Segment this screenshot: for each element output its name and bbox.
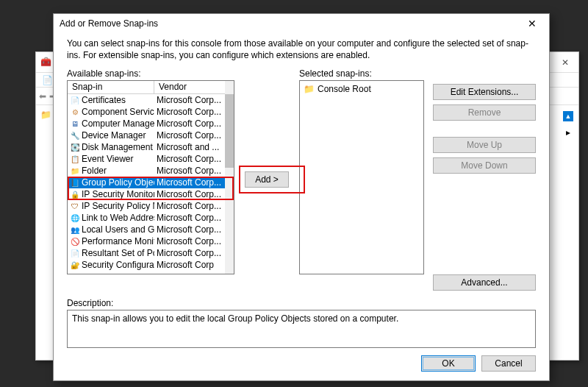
nav-back-icon[interactable]: ⬅	[39, 91, 46, 102]
snapin-icon: 💽	[70, 142, 80, 152]
snapin-row[interactable]: 🔧Device ManagerMicrosoft Corp...	[68, 129, 225, 141]
snapin-vendor: Microsoft Corp...	[154, 95, 225, 105]
snapin-icon: 📄	[70, 95, 80, 105]
bg-close-icon[interactable]: ✕	[556, 57, 574, 68]
snapin-vendor: Microsoft and ...	[154, 142, 225, 152]
snapin-vendor: Microsoft Corp...	[154, 154, 225, 164]
snapin-name: Certificates	[82, 95, 126, 105]
snapin-icon: 🖥	[70, 118, 80, 129]
advanced-button[interactable]: Advanced...	[433, 274, 536, 291]
snapin-name: Computer Managem...	[82, 118, 154, 129]
console-root-item[interactable]: 📁 Console Root	[302, 83, 421, 95]
snapin-row[interactable]: 📁FolderMicrosoft Corp...	[68, 165, 225, 177]
file-icon: 📄	[42, 75, 53, 85]
scrollbar-thumb[interactable]	[225, 94, 234, 168]
snapin-row[interactable]: 🌐Link to Web AddressMicrosoft Corp...	[68, 212, 225, 224]
selected-snapins-list[interactable]: 📁 Console Root	[299, 80, 424, 274]
snapin-icon: 📋	[70, 154, 80, 164]
snapin-icon: 📄	[70, 248, 80, 258]
snapin-row[interactable]: 📘Group Policy Object ...Microsoft Corp..…	[68, 177, 225, 188]
snapin-icon: 🛡	[70, 201, 80, 211]
mmc-icon: 🧰	[40, 57, 52, 68]
col-snapin[interactable]: Snap-in	[68, 81, 154, 93]
snapin-row[interactable]: 🔒IP Security MonitorMicrosoft Corp...	[68, 188, 225, 200]
snapin-icon: 👥	[70, 224, 80, 235]
folder-icon: 📁	[40, 110, 51, 120]
snapin-vendor: Microsoft Corp...	[154, 177, 225, 188]
move-up-button[interactable]: Move Up	[433, 137, 536, 153]
snapin-name: Local Users and Gro...	[82, 224, 154, 235]
snapin-icon: 🔧	[70, 130, 80, 141]
snapin-icon: 🔐	[70, 260, 80, 270]
snapin-name: Device Manager	[82, 130, 146, 141]
dialog-title: Add or Remove Snap-ins	[60, 18, 158, 29]
snapin-icon: 🚫	[70, 236, 80, 246]
snapin-vendor: Microsoft Corp...	[154, 130, 225, 141]
close-button[interactable]: ✕	[521, 18, 543, 29]
snapin-vendor: Microsoft Corp...	[154, 201, 225, 211]
selected-label: Selected snap-ins:	[299, 68, 424, 79]
snapin-name: Disk Management	[82, 142, 153, 152]
snapin-vendor: Microsoft Corp...	[154, 107, 225, 117]
bg-actions-pane-edge: ▲ ▸	[562, 111, 574, 138]
snapin-vendor: Microsoft Corp...	[154, 224, 225, 235]
console-root-label: Console Root	[318, 84, 371, 94]
available-label: Available snap-ins:	[67, 68, 234, 79]
snapin-row[interactable]: 📄Resultant Set of PolicyMicrosoft Corp..…	[68, 247, 225, 259]
snapin-icon: ⚙	[70, 107, 80, 117]
available-snapins-list[interactable]: Snap-in Vendor 📄CertificatesMicrosoft Co…	[67, 80, 234, 274]
snapin-vendor: Microsoft Corp...	[154, 236, 225, 246]
snapin-row[interactable]: 🔐Security ConfiguratioMicrosoft Corp	[68, 259, 225, 271]
add-button[interactable]: Add >	[245, 171, 289, 188]
snapin-row[interactable]: 📄CertificatesMicrosoft Corp...	[68, 94, 225, 106]
dialog-footer: OK Cancel	[54, 348, 549, 380]
col-vendor[interactable]: Vendor	[154, 81, 234, 93]
remove-button[interactable]: Remove	[433, 104, 536, 121]
list-header: Snap-in Vendor	[68, 81, 234, 94]
snapin-icon: 📁	[70, 166, 80, 176]
snapin-icon: 🌐	[70, 213, 80, 223]
snapin-name: IP Security Policy Ma...	[82, 201, 154, 211]
edit-extensions-button[interactable]: Edit Extensions...	[433, 84, 536, 100]
add-remove-snapins-dialog: Add or Remove Snap-ins ✕ You can select …	[53, 13, 550, 381]
cancel-button[interactable]: Cancel	[481, 355, 536, 372]
snapin-icon: 🔒	[70, 189, 80, 199]
description-label: Description:	[67, 298, 536, 308]
snapin-name: Performance Monitor	[82, 236, 154, 246]
snapin-row[interactable]: 📋Event ViewerMicrosoft Corp...	[68, 153, 225, 165]
move-down-button[interactable]: Move Down	[433, 157, 536, 174]
snapin-vendor: Microsoft Corp...	[154, 248, 225, 258]
snapin-row[interactable]: 🛡IP Security Policy Ma...Microsoft Corp.…	[68, 200, 225, 212]
snapin-vendor: Microsoft Corp...	[154, 118, 225, 129]
scrollbar[interactable]	[225, 81, 234, 274]
snapin-name: Security Configuratio	[82, 260, 154, 270]
snapin-name: IP Security Monitor	[82, 189, 154, 199]
snapin-row[interactable]: 💽Disk ManagementMicrosoft and ...	[68, 141, 225, 153]
folder-icon: 📁	[304, 84, 315, 94]
chevron-right-icon[interactable]: ▸	[566, 127, 570, 138]
snapin-name: Component Services	[82, 107, 154, 117]
description-text: This snap-in allows you to edit the loca…	[67, 310, 536, 348]
snapin-name: Folder	[82, 166, 107, 176]
snapin-vendor: Microsoft Corp...	[154, 166, 225, 176]
dialog-titlebar: Add or Remove Snap-ins ✕	[54, 14, 549, 33]
snapin-name: Link to Web Address	[82, 213, 154, 223]
snapin-vendor: Microsoft Corp...	[154, 213, 225, 223]
snapin-name: Resultant Set of Policy	[82, 248, 154, 258]
snapin-name: Group Policy Object ...	[82, 177, 154, 188]
collapse-up-icon[interactable]: ▲	[563, 111, 573, 121]
snapin-row[interactable]: 🖥Computer Managem...Microsoft Corp...	[68, 118, 225, 129]
ok-button[interactable]: OK	[421, 355, 476, 372]
snapin-row[interactable]: ⚙Component ServicesMicrosoft Corp...	[68, 106, 225, 118]
snapin-name: Event Viewer	[82, 154, 133, 164]
snapin-icon: 📘	[70, 177, 80, 188]
dialog-instruction: You can select snap-ins for this console…	[54, 33, 549, 68]
snapin-vendor: Microsoft Corp...	[154, 189, 225, 199]
snapin-row[interactable]: 👥Local Users and Gro...Microsoft Corp...	[68, 224, 225, 235]
snapin-row[interactable]: 🚫Performance MonitorMicrosoft Corp...	[68, 235, 225, 247]
snapin-vendor: Microsoft Corp	[154, 260, 225, 270]
